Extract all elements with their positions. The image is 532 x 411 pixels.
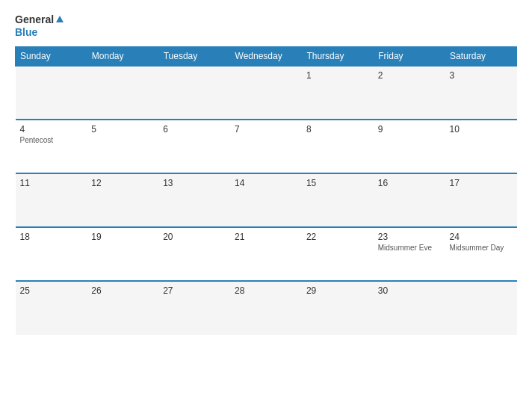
day-number: 20 bbox=[163, 232, 226, 242]
calendar-cell: 4Pentecost bbox=[16, 120, 87, 173]
logo: General Blue bbox=[15, 13, 64, 39]
weekday-header-thursday: Thursday bbox=[302, 46, 374, 66]
calendar-cell: 15 bbox=[302, 173, 374, 227]
calendar-cell: 26 bbox=[87, 281, 158, 335]
weekday-header-sunday: Sunday bbox=[16, 46, 87, 66]
logo-general-text: General bbox=[15, 13, 54, 26]
day-number: 29 bbox=[306, 285, 369, 296]
day-number: 30 bbox=[378, 285, 441, 296]
day-number: 21 bbox=[235, 232, 297, 242]
calendar-cell: 10 bbox=[445, 120, 517, 173]
weekday-header-monday: Monday bbox=[87, 46, 158, 66]
logo-triangle-icon bbox=[56, 16, 64, 22]
calendar-cell: 22 bbox=[302, 227, 374, 281]
day-number: 1 bbox=[306, 70, 369, 81]
day-number: 28 bbox=[235, 285, 297, 296]
day-number: 11 bbox=[20, 178, 83, 188]
day-number: 23 bbox=[378, 232, 441, 242]
calendar-cell: 30 bbox=[374, 281, 445, 335]
weekday-header-friday: Friday bbox=[374, 46, 445, 66]
calendar-cell bbox=[158, 66, 230, 120]
day-number: 13 bbox=[163, 178, 226, 188]
weekday-header-tuesday: Tuesday bbox=[158, 46, 230, 66]
calendar-cell: 7 bbox=[230, 120, 302, 173]
day-number: 26 bbox=[91, 285, 154, 296]
calendar-cell: 13 bbox=[158, 173, 230, 227]
calendar-cell: 1 bbox=[302, 66, 374, 120]
day-number: 9 bbox=[378, 124, 441, 135]
calendar-cell: 2 bbox=[374, 66, 445, 120]
calendar-cell bbox=[445, 281, 517, 335]
calendar-cell: 28 bbox=[230, 281, 302, 335]
calendar-cell: 23Midsummer Eve bbox=[374, 227, 445, 281]
calendar-cell bbox=[87, 66, 158, 120]
day-number: 5 bbox=[91, 124, 154, 135]
calendar-cell: 11 bbox=[16, 173, 87, 227]
day-number: 2 bbox=[378, 70, 441, 81]
calendar-cell: 8 bbox=[302, 120, 374, 173]
weekday-header-saturday: Saturday bbox=[445, 46, 517, 66]
calendar-cell bbox=[230, 66, 302, 120]
week-row-1: 123 bbox=[16, 66, 517, 120]
day-number: 16 bbox=[378, 178, 441, 188]
calendar-cell: 12 bbox=[87, 173, 158, 227]
calendar-cell: 6 bbox=[158, 120, 230, 173]
day-number: 18 bbox=[20, 232, 83, 242]
calendar-cell: 16 bbox=[374, 173, 445, 227]
week-row-3: 11121314151617 bbox=[16, 173, 517, 227]
week-row-2: 4Pentecost5678910 bbox=[16, 120, 517, 173]
calendar-cell: 27 bbox=[158, 281, 230, 335]
day-number: 17 bbox=[450, 178, 513, 188]
calendar-cell: 17 bbox=[445, 173, 517, 227]
calendar-cell: 3 bbox=[445, 66, 517, 120]
week-row-4: 181920212223Midsummer Eve24Midsummer Day bbox=[16, 227, 517, 281]
calendar-cell: 14 bbox=[230, 173, 302, 227]
day-number: 10 bbox=[450, 124, 513, 135]
calendar-cell: 21 bbox=[230, 227, 302, 281]
day-number: 4 bbox=[20, 124, 83, 135]
weekday-header-wednesday: Wednesday bbox=[230, 46, 302, 66]
day-event: Midsummer Day bbox=[450, 244, 513, 252]
day-number: 14 bbox=[235, 178, 297, 188]
day-number: 24 bbox=[450, 232, 513, 242]
calendar-grid: SundayMondayTuesdayWednesdayThursdayFrid… bbox=[15, 46, 517, 335]
day-number: 27 bbox=[163, 285, 226, 296]
weekday-header-row: SundayMondayTuesdayWednesdayThursdayFrid… bbox=[16, 46, 517, 66]
calendar-cell: 20 bbox=[158, 227, 230, 281]
day-event: Midsummer Eve bbox=[378, 244, 441, 252]
day-number: 8 bbox=[306, 124, 369, 135]
day-number: 12 bbox=[91, 178, 154, 188]
calendar-container: General Blue SundayMondayTuesdayWednesda… bbox=[0, 0, 532, 411]
calendar-cell: 18 bbox=[16, 227, 87, 281]
calendar-cell: 24Midsummer Day bbox=[445, 227, 517, 281]
day-number: 3 bbox=[450, 70, 513, 81]
calendar-cell: 19 bbox=[87, 227, 158, 281]
day-number: 6 bbox=[163, 124, 226, 135]
calendar-cell: 9 bbox=[374, 120, 445, 173]
calendar-cell: 25 bbox=[16, 281, 87, 335]
logo-blue-text: Blue bbox=[15, 26, 64, 39]
day-event: Pentecost bbox=[20, 136, 83, 144]
calendar-cell: 29 bbox=[302, 281, 374, 335]
day-number: 22 bbox=[306, 232, 369, 242]
day-number: 25 bbox=[20, 285, 83, 296]
header: General Blue bbox=[15, 13, 517, 39]
day-number: 7 bbox=[235, 124, 297, 135]
week-row-5: 252627282930 bbox=[16, 281, 517, 335]
calendar-cell: 5 bbox=[87, 120, 158, 173]
day-number: 19 bbox=[91, 232, 154, 242]
day-number: 15 bbox=[306, 178, 369, 188]
calendar-cell bbox=[16, 66, 87, 120]
